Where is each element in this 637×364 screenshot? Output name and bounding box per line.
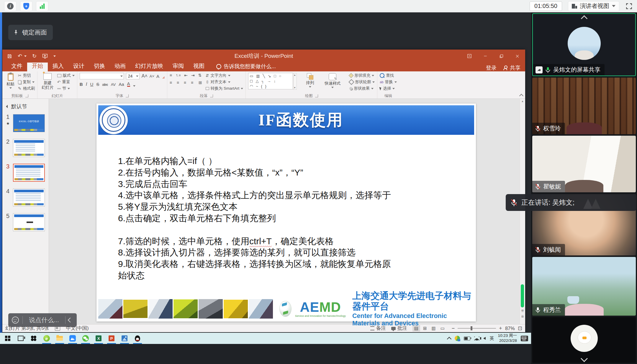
tab-slideshow[interactable]: 幻灯片放映: [130, 61, 168, 71]
chat-placeholder[interactable]: 说点什么...: [23, 316, 65, 324]
taskbar-app-meeting[interactable]: [66, 333, 79, 344]
meeting-security-button[interactable]: +: [20, 1, 32, 11]
shape-fill-button[interactable]: 形状填充: [349, 73, 375, 78]
fit-to-window-button[interactable]: ⊡: [518, 325, 522, 332]
new-slide-button[interactable]: 新建幻灯片: [40, 73, 55, 90]
columns-button[interactable]: ⊞: [199, 80, 202, 85]
close-button[interactable]: [509, 50, 525, 63]
cut-button[interactable]: ✂剪切: [18, 73, 35, 78]
zoom-in-button[interactable]: +: [499, 325, 502, 332]
quick-styles-button[interactable]: 快速样式: [323, 73, 342, 88]
restore-button[interactable]: [493, 50, 509, 63]
participant-tile[interactable]: 权雪玲: [532, 78, 636, 134]
bold-button[interactable]: B: [80, 82, 83, 87]
participant-tile[interactable]: 瞿敏妮: [532, 136, 636, 192]
editor-scrollbar[interactable]: ▲ ⇈ ⇊: [520, 99, 525, 324]
font-size-input[interactable]: 24: [126, 73, 140, 79]
italic-button[interactable]: I: [86, 82, 87, 87]
shapes-gallery[interactable]: ▭ ▥ ╲ ↘ □ ○ ◻ △ ┐ → ↓ ◠ ~ { } ▲ ▼: [248, 73, 293, 89]
underline-button[interactable]: U: [90, 82, 94, 87]
font-color-button[interactable]: A: [127, 81, 130, 87]
tab-view[interactable]: 视图: [189, 61, 209, 71]
reset-button[interactable]: ↶重置: [57, 79, 75, 85]
format-painter-button[interactable]: ✎格式刷: [18, 86, 35, 91]
zoom-level[interactable]: 87%: [505, 326, 515, 331]
tell-me-box[interactable]: 告诉我您想要做什么...: [213, 62, 279, 71]
replace-button[interactable]: ab替换: [380, 79, 397, 85]
start-button[interactable]: [1, 333, 14, 344]
collapse-ribbon-button[interactable]: [519, 94, 523, 97]
slide-thumb-5[interactable]: 5: [2, 213, 49, 232]
tab-home[interactable]: 开始: [27, 61, 48, 71]
copy-button[interactable]: 复制: [18, 79, 35, 85]
convert-smartart-button[interactable]: 转换为 SmartArt: [206, 86, 243, 91]
lock-view-button[interactable]: 锁定画面: [8, 25, 53, 40]
wifi-icon[interactable]: [474, 337, 479, 340]
tab-insert[interactable]: 插入: [48, 61, 68, 71]
tab-animations[interactable]: 动画: [110, 61, 130, 71]
strikethrough-button[interactable]: S: [96, 82, 99, 87]
zoom-slider[interactable]: [458, 328, 496, 329]
participant-tile-sharing[interactable]: 吴炜文的屏幕共享: [532, 13, 636, 76]
touch-keyboard-icon[interactable]: [521, 336, 528, 341]
undo-icon[interactable]: ↶: [18, 53, 22, 59]
arrange-button[interactable]: 排列: [304, 73, 316, 88]
speaker-icon[interactable]: [483, 337, 486, 340]
decrease-indent-button[interactable]: ⇤: [184, 73, 188, 78]
collapse-chat-icon[interactable]: [68, 318, 73, 323]
minimize-button[interactable]: [477, 50, 493, 63]
grow-font-button[interactable]: A˄: [142, 73, 148, 79]
slide-thumb-2[interactable]: 2: [2, 139, 49, 157]
slide-thumb-4[interactable]: 4: [2, 188, 49, 207]
tab-review[interactable]: 审阅: [168, 61, 189, 71]
text-direction-button[interactable]: ⇵文字方向: [206, 73, 243, 78]
tab-design[interactable]: 设计: [68, 61, 89, 71]
next-slide-button[interactable]: ⇊: [521, 315, 524, 318]
dialog-launcher-icon[interactable]: [210, 94, 213, 97]
collapse-panel-icon[interactable]: [581, 15, 587, 22]
layout-button[interactable]: 版式: [57, 73, 75, 78]
redo-icon[interactable]: ↻: [32, 53, 37, 59]
bullets-button[interactable]: ≡: [170, 73, 172, 78]
shrink-font-button[interactable]: A˅: [150, 74, 154, 78]
network-quality-button[interactable]: [36, 1, 48, 11]
chat-quick-input[interactable]: 说点什么...: [8, 313, 77, 327]
slide-canvas[interactable]: IF函数使用 1.在单元格内输入=if（ ） 2.在括号内输入，数据单元格<某数…: [96, 104, 476, 322]
shapes-scroll[interactable]: ▲ ▼: [293, 73, 297, 90]
align-text-button[interactable]: ⇳对齐文本: [206, 79, 243, 85]
abc-strike-icon[interactable]: abc: [102, 83, 108, 87]
zoom-slider-thumb[interactable]: [471, 326, 472, 330]
clear-formatting-button[interactable]: A◢: [156, 74, 165, 79]
change-case-button[interactable]: Aa: [119, 82, 124, 87]
start-slideshow-icon[interactable]: [42, 54, 48, 59]
section-button[interactable]: 节: [57, 86, 75, 91]
increase-indent-button[interactable]: ⇥: [191, 73, 195, 78]
taskbar-app-explorer[interactable]: [53, 333, 66, 344]
taskbar-app-photos[interactable]: [118, 333, 131, 344]
scrollbar-thumb[interactable]: [521, 284, 524, 307]
battery-icon[interactable]: [464, 337, 470, 340]
view-mode-selector[interactable]: 演讲者视图: [568, 1, 619, 11]
dialog-launcher-icon[interactable]: [315, 94, 318, 97]
qat-customize-icon[interactable]: [53, 55, 56, 57]
task-view-button[interactable]: [14, 333, 27, 344]
tray-app-icon[interactable]: [455, 336, 460, 341]
meeting-info-button[interactable]: i: [4, 1, 17, 11]
dialog-launcher-icon[interactable]: [126, 94, 129, 97]
scroll-up-icon[interactable]: ▲: [520, 100, 525, 103]
numbering-button[interactable]: ⒈≡: [176, 73, 181, 78]
undo-dropdown-icon[interactable]: [24, 55, 27, 57]
tray-expand-icon[interactable]: [447, 337, 452, 341]
section-header[interactable]: 默认节: [6, 103, 49, 110]
share-button[interactable]: 共享: [503, 64, 520, 71]
font-name-input[interactable]: [80, 73, 124, 79]
tab-transitions[interactable]: 切换: [89, 61, 110, 71]
shape-outline-button[interactable]: 形状轮廓: [349, 79, 375, 85]
clock[interactable]: 10:23 周一 2022/3/28: [498, 333, 517, 343]
taskbar-app-qq[interactable]: [131, 333, 144, 344]
emoji-icon[interactable]: [12, 317, 19, 324]
previous-slide-button[interactable]: ⇈: [521, 309, 524, 313]
align-buttons[interactable]: ≡ ≡ ≡ ≡: [170, 80, 195, 85]
paste-button[interactable]: 粘贴: [5, 73, 16, 89]
participant-tile[interactable]: 程秀兰: [532, 257, 636, 316]
